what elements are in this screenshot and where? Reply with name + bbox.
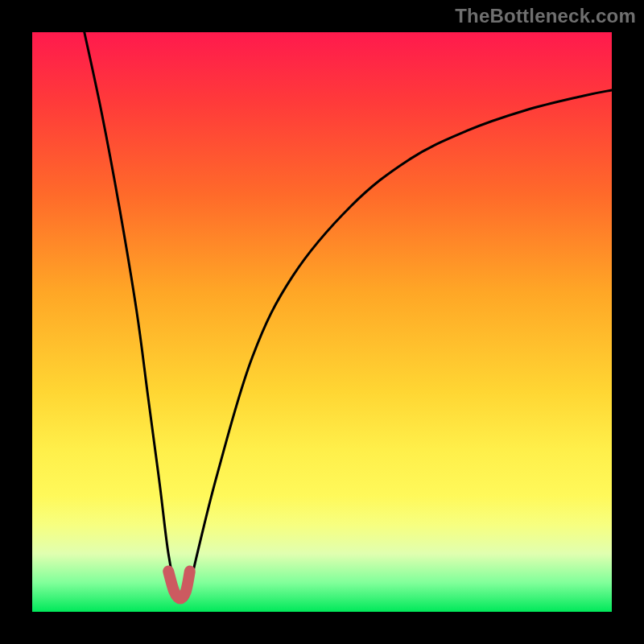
- curve-svg: [32, 32, 612, 612]
- highlight-min-path: [168, 572, 190, 599]
- plot-area: [32, 32, 612, 612]
- watermark-text: TheBottleneck.com: [455, 5, 636, 27]
- chart-frame: TheBottleneck.com: [0, 0, 644, 644]
- bottleneck-curve-path: [85, 32, 612, 601]
